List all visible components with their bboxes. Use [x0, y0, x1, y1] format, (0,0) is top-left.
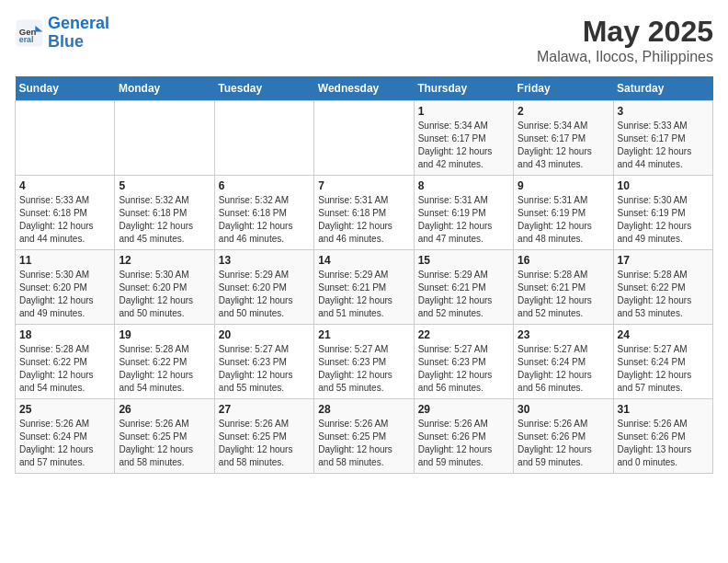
calendar-cell: 14Sunrise: 5:29 AM Sunset: 6:21 PM Dayli… [314, 250, 414, 325]
calendar-cell: 19Sunrise: 5:28 AM Sunset: 6:22 PM Dayli… [115, 325, 214, 399]
day-number: 15 [418, 254, 509, 267]
day-info: Sunrise: 5:31 AM Sunset: 6:18 PM Dayligh… [318, 194, 409, 246]
logo-text-blue: Blue [48, 33, 109, 52]
day-number: 11 [19, 254, 110, 267]
day-number: 2 [518, 105, 609, 118]
day-info: Sunrise: 5:30 AM Sunset: 6:20 PM Dayligh… [119, 269, 210, 320]
day-number: 6 [219, 179, 310, 192]
day-info: Sunrise: 5:27 AM Sunset: 6:23 PM Dayligh… [418, 343, 509, 395]
calendar-cell: 15Sunrise: 5:29 AM Sunset: 6:21 PM Dayli… [414, 250, 513, 325]
day-number: 19 [119, 328, 210, 341]
calendar-cell: 26Sunrise: 5:26 AM Sunset: 6:25 PM Dayli… [115, 399, 214, 474]
page-header: Gen eral General Blue May 2025 Malawa, I… [15, 15, 713, 65]
day-number: 29 [418, 403, 509, 416]
calendar-cell: 20Sunrise: 5:27 AM Sunset: 6:23 PM Dayli… [214, 325, 313, 399]
day-info: Sunrise: 5:29 AM Sunset: 6:21 PM Dayligh… [418, 269, 509, 320]
header-sunday: Sunday [16, 76, 115, 101]
day-number: 8 [418, 179, 509, 192]
day-info: Sunrise: 5:27 AM Sunset: 6:23 PM Dayligh… [219, 343, 310, 395]
calendar-cell: 10Sunrise: 5:30 AM Sunset: 6:19 PM Dayli… [613, 176, 712, 250]
calendar-cell: 25Sunrise: 5:26 AM Sunset: 6:24 PM Dayli… [16, 399, 115, 474]
day-info: Sunrise: 5:30 AM Sunset: 6:19 PM Dayligh… [618, 194, 709, 246]
calendar-cell: 23Sunrise: 5:27 AM Sunset: 6:24 PM Dayli… [514, 325, 613, 399]
header-thursday: Thursday [414, 76, 513, 101]
day-number: 1 [418, 105, 509, 118]
calendar-cell [214, 101, 313, 176]
day-info: Sunrise: 5:32 AM Sunset: 6:18 PM Dayligh… [219, 194, 310, 246]
logo-text: General [48, 15, 109, 33]
calendar-cell: 3Sunrise: 5:33 AM Sunset: 6:17 PM Daylig… [613, 101, 712, 176]
week-row-1: 1Sunrise: 5:34 AM Sunset: 6:17 PM Daylig… [16, 101, 713, 176]
calendar-cell: 9Sunrise: 5:31 AM Sunset: 6:19 PM Daylig… [514, 176, 613, 250]
calendar-cell: 27Sunrise: 5:26 AM Sunset: 6:25 PM Dayli… [214, 399, 313, 474]
day-number: 7 [318, 179, 409, 192]
day-info: Sunrise: 5:26 AM Sunset: 6:26 PM Dayligh… [518, 418, 609, 469]
day-number: 20 [219, 328, 310, 341]
day-info: Sunrise: 5:28 AM Sunset: 6:22 PM Dayligh… [19, 343, 110, 395]
calendar-table: SundayMondayTuesdayWednesdayThursdayFrid… [15, 76, 713, 474]
day-info: Sunrise: 5:30 AM Sunset: 6:20 PM Dayligh… [19, 269, 110, 320]
day-number: 30 [518, 403, 609, 416]
calendar-cell [314, 101, 414, 176]
day-info: Sunrise: 5:27 AM Sunset: 6:24 PM Dayligh… [518, 343, 609, 395]
svg-text:eral: eral [19, 35, 34, 44]
week-row-4: 18Sunrise: 5:28 AM Sunset: 6:22 PM Dayli… [16, 325, 713, 399]
day-info: Sunrise: 5:33 AM Sunset: 6:17 PM Dayligh… [618, 120, 709, 171]
day-info: Sunrise: 5:28 AM Sunset: 6:22 PM Dayligh… [618, 269, 709, 320]
day-info: Sunrise: 5:31 AM Sunset: 6:19 PM Dayligh… [418, 194, 509, 246]
day-info: Sunrise: 5:29 AM Sunset: 6:20 PM Dayligh… [219, 269, 310, 320]
day-info: Sunrise: 5:29 AM Sunset: 6:21 PM Dayligh… [318, 269, 409, 320]
day-number: 25 [19, 403, 110, 416]
day-info: Sunrise: 5:27 AM Sunset: 6:23 PM Dayligh… [318, 343, 409, 395]
header-monday: Monday [115, 76, 214, 101]
day-number: 26 [119, 403, 210, 416]
day-number: 24 [618, 328, 709, 341]
day-number: 18 [19, 328, 110, 341]
title-area: May 2025 Malawa, Ilocos, Philippines [537, 15, 713, 65]
day-info: Sunrise: 5:26 AM Sunset: 6:24 PM Dayligh… [19, 418, 110, 469]
day-info: Sunrise: 5:26 AM Sunset: 6:25 PM Dayligh… [318, 418, 409, 469]
header-friday: Friday [514, 76, 613, 101]
calendar-cell: 16Sunrise: 5:28 AM Sunset: 6:21 PM Dayli… [514, 250, 613, 325]
day-number: 12 [119, 254, 210, 267]
day-number: 14 [318, 254, 409, 267]
day-number: 21 [318, 328, 409, 341]
calendar-title: May 2025 [537, 15, 713, 49]
calendar-cell: 17Sunrise: 5:28 AM Sunset: 6:22 PM Dayli… [613, 250, 712, 325]
week-row-3: 11Sunrise: 5:30 AM Sunset: 6:20 PM Dayli… [16, 250, 713, 325]
day-info: Sunrise: 5:32 AM Sunset: 6:18 PM Dayligh… [119, 194, 210, 246]
calendar-cell: 12Sunrise: 5:30 AM Sunset: 6:20 PM Dayli… [115, 250, 214, 325]
day-number: 16 [518, 254, 609, 267]
day-number: 22 [418, 328, 509, 341]
day-number: 27 [219, 403, 310, 416]
week-row-2: 4Sunrise: 5:33 AM Sunset: 6:18 PM Daylig… [16, 176, 713, 250]
calendar-cell: 6Sunrise: 5:32 AM Sunset: 6:18 PM Daylig… [214, 176, 313, 250]
day-number: 10 [618, 179, 709, 192]
calendar-cell: 31Sunrise: 5:26 AM Sunset: 6:26 PM Dayli… [613, 399, 712, 474]
day-info: Sunrise: 5:34 AM Sunset: 6:17 PM Dayligh… [418, 120, 509, 171]
calendar-cell: 11Sunrise: 5:30 AM Sunset: 6:20 PM Dayli… [16, 250, 115, 325]
calendar-cell: 22Sunrise: 5:27 AM Sunset: 6:23 PM Dayli… [414, 325, 513, 399]
calendar-cell: 2Sunrise: 5:34 AM Sunset: 6:17 PM Daylig… [514, 101, 613, 176]
calendar-cell: 30Sunrise: 5:26 AM Sunset: 6:26 PM Dayli… [514, 399, 613, 474]
calendar-cell: 24Sunrise: 5:27 AM Sunset: 6:24 PM Dayli… [613, 325, 712, 399]
header-wednesday: Wednesday [314, 76, 414, 101]
calendar-cell: 7Sunrise: 5:31 AM Sunset: 6:18 PM Daylig… [314, 176, 414, 250]
day-number: 5 [119, 179, 210, 192]
header-tuesday: Tuesday [214, 76, 313, 101]
day-number: 23 [518, 328, 609, 341]
day-number: 9 [518, 179, 609, 192]
day-info: Sunrise: 5:31 AM Sunset: 6:19 PM Dayligh… [518, 194, 609, 246]
day-number: 4 [19, 179, 110, 192]
day-info: Sunrise: 5:28 AM Sunset: 6:22 PM Dayligh… [119, 343, 210, 395]
calendar-cell: 4Sunrise: 5:33 AM Sunset: 6:18 PM Daylig… [16, 176, 115, 250]
calendar-cell: 5Sunrise: 5:32 AM Sunset: 6:18 PM Daylig… [115, 176, 214, 250]
logo: Gen eral General Blue [15, 15, 109, 52]
day-info: Sunrise: 5:28 AM Sunset: 6:21 PM Dayligh… [518, 269, 609, 320]
day-info: Sunrise: 5:26 AM Sunset: 6:25 PM Dayligh… [219, 418, 310, 469]
day-info: Sunrise: 5:26 AM Sunset: 6:26 PM Dayligh… [418, 418, 509, 469]
calendar-cell: 21Sunrise: 5:27 AM Sunset: 6:23 PM Dayli… [314, 325, 414, 399]
day-number: 31 [618, 403, 709, 416]
week-row-5: 25Sunrise: 5:26 AM Sunset: 6:24 PM Dayli… [16, 399, 713, 474]
calendar-cell [16, 101, 115, 176]
